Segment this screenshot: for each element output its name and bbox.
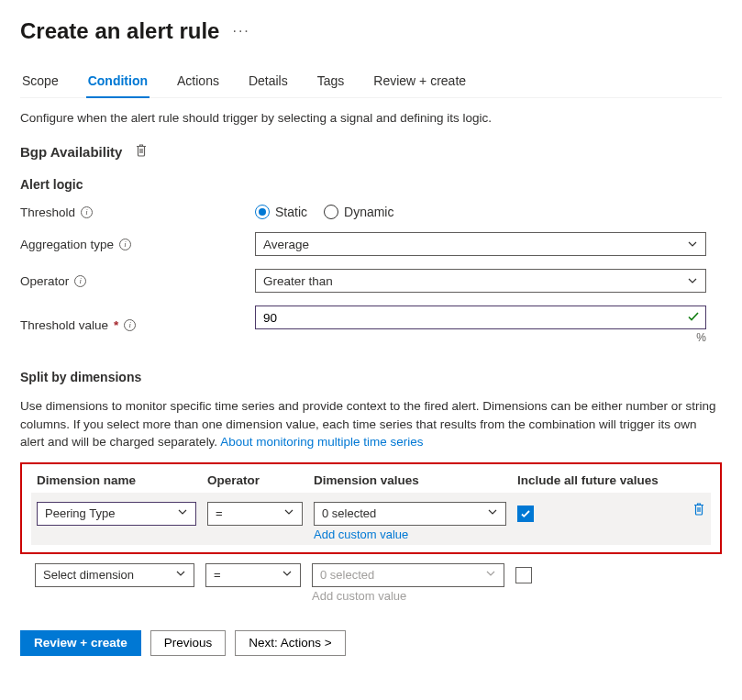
threshold-dynamic-radio[interactable]: Dynamic: [324, 205, 393, 219]
col-operator: Operator: [207, 473, 314, 487]
col-dimension-values: Dimension values: [314, 473, 517, 487]
col-include-future: Include all future values: [517, 473, 705, 487]
required-asterisk: *: [114, 318, 118, 332]
threshold-value-input[interactable]: [255, 306, 706, 329]
tab-actions[interactable]: Actions: [175, 68, 221, 97]
check-icon: [686, 309, 701, 328]
threshold-value-label: Threshold value: [20, 318, 108, 332]
chevron-down-icon: [686, 275, 698, 286]
trash-icon[interactable]: [135, 143, 148, 161]
aggregation-select[interactable]: Average: [255, 232, 706, 256]
tab-tags[interactable]: Tags: [316, 68, 347, 97]
dimension-values-select[interactable]: 0 selected: [314, 502, 506, 526]
chevron-down-icon: [686, 239, 698, 250]
tab-scope[interactable]: Scope: [20, 68, 61, 97]
operator-select[interactable]: Greater than: [255, 269, 706, 293]
info-icon[interactable]: i: [119, 239, 131, 250]
split-by-dimensions-heading: Split by dimensions: [20, 370, 722, 384]
select-value: 0 selected: [320, 568, 374, 582]
select-value: Peering Type: [45, 506, 115, 520]
chevron-down-icon: [177, 506, 188, 520]
delete-dimension-icon[interactable]: [692, 502, 705, 516]
split-description: Use dimensions to monitor specific time …: [20, 397, 722, 451]
operator-label: Operator: [20, 274, 69, 288]
threshold-label: Threshold: [20, 206, 75, 219]
threshold-unit: %: [255, 331, 706, 344]
alert-logic-heading: Alert logic: [20, 177, 722, 192]
add-custom-value-link[interactable]: Add custom value: [314, 528, 506, 541]
tab-review-create[interactable]: Review + create: [371, 68, 468, 97]
info-icon[interactable]: i: [74, 275, 86, 287]
chevron-down-icon: [282, 568, 293, 582]
col-dimension-name: Dimension name: [37, 473, 207, 487]
page-title: Create an alert rule: [20, 18, 219, 44]
select-value: 0 selected: [322, 506, 376, 520]
dimension-operator-select[interactable]: =: [207, 502, 303, 526]
select-value: Average: [263, 238, 309, 251]
more-actions-icon[interactable]: ···: [232, 23, 249, 39]
chevron-down-icon: [283, 506, 294, 520]
dimension-values-select[interactable]: 0 selected: [312, 563, 504, 587]
select-value: =: [216, 506, 223, 520]
review-create-button[interactable]: Review + create: [20, 630, 141, 656]
select-value: Select dimension: [43, 568, 134, 582]
radio-label: Dynamic: [344, 205, 393, 219]
about-multiple-time-series-link[interactable]: About monitoring multiple time series: [220, 435, 423, 449]
radio-label: Static: [275, 205, 307, 219]
include-future-checkbox[interactable]: [515, 567, 532, 583]
select-value: =: [214, 568, 221, 582]
signal-name: Bgp Availability: [20, 144, 122, 160]
aggregation-label: Aggregation type: [20, 238, 114, 251]
dimension-row: Select dimension = 0 selected Add custom…: [20, 554, 722, 606]
previous-button[interactable]: Previous: [150, 630, 227, 656]
dimensions-highlight-box: Dimension name Operator Dimension values…: [20, 462, 722, 554]
info-icon[interactable]: i: [81, 206, 93, 218]
dimension-name-select[interactable]: Peering Type: [37, 502, 196, 526]
select-value: Greater than: [263, 274, 333, 288]
include-future-checkbox[interactable]: [517, 506, 534, 522]
tab-bar: Scope Condition Actions Details Tags Rev…: [20, 68, 722, 98]
tab-details[interactable]: Details: [247, 68, 290, 97]
dimension-name-select[interactable]: Select dimension: [35, 563, 194, 587]
chevron-down-icon: [175, 568, 186, 582]
add-custom-value-link: Add custom value: [312, 589, 504, 603]
dimension-row: Peering Type = 0 selected Add custom val…: [31, 493, 711, 545]
info-icon[interactable]: i: [124, 319, 136, 331]
condition-description: Configure when the alert rule should tri…: [20, 111, 722, 125]
chevron-down-icon: [487, 506, 498, 520]
next-actions-button[interactable]: Next: Actions >: [235, 630, 345, 656]
tab-condition[interactable]: Condition: [86, 68, 150, 97]
chevron-down-icon: [485, 568, 496, 582]
dimension-operator-select[interactable]: =: [205, 563, 301, 587]
threshold-static-radio[interactable]: Static: [255, 205, 307, 219]
